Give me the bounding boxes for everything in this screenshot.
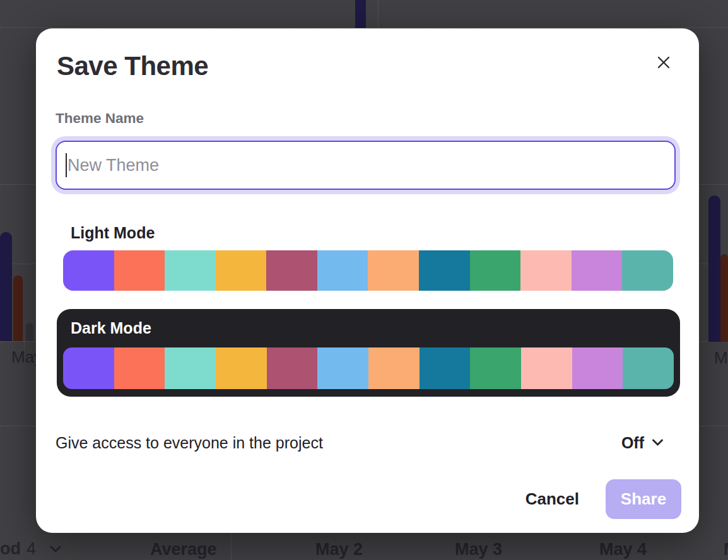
- chevron-down-icon: [652, 439, 664, 446]
- light-mode-palette: [63, 250, 673, 291]
- color-swatch: [623, 347, 674, 389]
- period-dropdown-value: 4: [26, 539, 36, 559]
- chevron-down-icon: [50, 545, 61, 553]
- access-dropdown[interactable]: Off: [621, 434, 664, 452]
- color-swatch: [420, 347, 471, 389]
- close-button[interactable]: [651, 50, 676, 75]
- access-label: Give access to everyone in the project: [56, 434, 323, 452]
- color-swatch: [470, 250, 521, 291]
- dark-mode-palette: [63, 347, 674, 389]
- color-swatch: [368, 347, 420, 389]
- color-swatch: [419, 250, 470, 291]
- period-dropdown-label: od: [0, 539, 21, 559]
- theme-name-label: Theme Name: [56, 110, 144, 127]
- color-swatch: [520, 250, 572, 291]
- cancel-button[interactable]: Cancel: [525, 489, 579, 509]
- close-icon: [656, 55, 671, 70]
- axis-label: May 2: [315, 540, 363, 559]
- access-row: Give access to everyone in the project O…: [56, 429, 664, 456]
- color-swatch: [317, 250, 368, 291]
- share-button[interactable]: Share: [606, 479, 681, 519]
- color-swatch: [267, 347, 318, 389]
- save-theme-dialog: Save Theme Theme Name Light Mode Dark Mo…: [36, 28, 699, 533]
- axis-label: May 3: [455, 540, 502, 559]
- color-swatch: [622, 250, 673, 291]
- chart-bar: [355, 0, 366, 28]
- color-swatch: [114, 250, 165, 291]
- color-swatch: [266, 250, 317, 291]
- chart-bar: [26, 323, 33, 341]
- access-dropdown-value: Off: [621, 434, 644, 452]
- dark-mode-label: Dark Mode: [71, 319, 151, 337]
- chart-x-label: Ma: [714, 348, 728, 368]
- chart-bar: [720, 254, 728, 342]
- chart-bar: [13, 276, 23, 341]
- color-swatch: [165, 250, 216, 291]
- theme-name-input[interactable]: [56, 141, 676, 190]
- color-swatch: [216, 250, 267, 291]
- color-swatch: [521, 347, 572, 389]
- gridline: [378, 0, 379, 28]
- color-swatch: [63, 250, 114, 291]
- axis-label: Average: [150, 540, 217, 559]
- color-swatch: [63, 347, 114, 389]
- color-swatch: [368, 250, 419, 291]
- color-swatch: [572, 250, 623, 291]
- dark-mode-card: Dark Mode: [57, 309, 680, 397]
- gridline: [231, 533, 232, 560]
- color-swatch: [470, 347, 521, 389]
- axis-label: May 4: [599, 540, 647, 559]
- dialog-footer: Cancel Share: [525, 479, 681, 519]
- light-mode-label: Light Mode: [71, 224, 155, 242]
- dialog-title: Save Theme: [57, 51, 208, 81]
- color-swatch: [572, 347, 623, 389]
- color-swatch: [114, 347, 165, 389]
- period-dropdown[interactable]: od 4: [0, 539, 61, 559]
- color-swatch: [317, 347, 368, 389]
- text-cursor: [66, 153, 67, 177]
- axis-label: M: [724, 540, 728, 559]
- chart-bar: [708, 195, 720, 342]
- color-swatch: [216, 347, 267, 389]
- chart-bar: [0, 232, 12, 341]
- color-swatch: [165, 347, 216, 389]
